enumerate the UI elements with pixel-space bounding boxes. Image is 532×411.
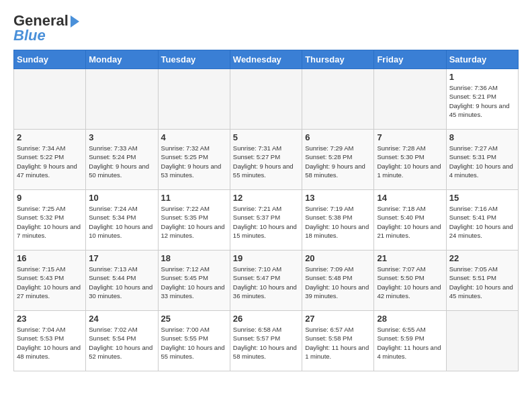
calendar-cell: 2Sunrise: 7:34 AM Sunset: 5:22 PM Daylig…: [14, 130, 86, 190]
calendar-day-header: Saturday: [446, 50, 518, 69]
calendar-week-row: 23Sunrise: 7:04 AM Sunset: 5:53 PM Dayli…: [14, 311, 519, 371]
calendar-cell: 27Sunrise: 6:57 AM Sunset: 5:58 PM Dayli…: [302, 311, 374, 371]
day-info: Sunrise: 7:28 AM Sunset: 5:30 PM Dayligh…: [377, 144, 443, 179]
calendar-day-header: Sunday: [14, 50, 86, 69]
day-info: Sunrise: 7:12 AM Sunset: 5:45 PM Dayligh…: [161, 265, 227, 300]
day-number: 7: [377, 132, 443, 142]
calendar-cell: [302, 69, 374, 130]
calendar-cell: 12Sunrise: 7:21 AM Sunset: 5:37 PM Dayli…: [230, 190, 302, 250]
day-number: 9: [17, 193, 83, 203]
calendar-week-row: 9Sunrise: 7:25 AM Sunset: 5:32 PM Daylig…: [14, 190, 519, 250]
day-number: 15: [449, 193, 515, 203]
calendar-cell: 15Sunrise: 7:16 AM Sunset: 5:41 PM Dayli…: [446, 190, 518, 250]
calendar-cell: [158, 69, 230, 130]
day-number: 27: [305, 314, 371, 324]
calendar-header-row: SundayMondayTuesdayWednesdayThursdayFrid…: [14, 50, 519, 69]
logo-text-general: General: [13, 13, 69, 28]
calendar-day-header: Friday: [374, 50, 446, 69]
day-info: Sunrise: 7:29 AM Sunset: 5:28 PM Dayligh…: [305, 144, 371, 179]
calendar-cell: 1Sunrise: 7:36 AM Sunset: 5:21 PM Daylig…: [446, 69, 518, 130]
day-info: Sunrise: 7:24 AM Sunset: 5:34 PM Dayligh…: [89, 204, 154, 240]
day-number: 14: [377, 193, 443, 203]
calendar-week-row: 16Sunrise: 7:15 AM Sunset: 5:43 PM Dayli…: [14, 250, 519, 311]
calendar-cell: 5Sunrise: 7:31 AM Sunset: 5:27 PM Daylig…: [230, 130, 302, 190]
calendar-cell: 20Sunrise: 7:09 AM Sunset: 5:48 PM Dayli…: [302, 250, 374, 311]
day-info: Sunrise: 7:10 AM Sunset: 5:47 PM Dayligh…: [233, 265, 299, 300]
day-info: Sunrise: 7:15 AM Sunset: 5:43 PM Dayligh…: [17, 265, 83, 300]
logo: General Blue: [13, 13, 79, 43]
calendar-cell: 28Sunrise: 6:55 AM Sunset: 5:59 PM Dayli…: [374, 311, 446, 371]
logo-arrow-icon: [71, 15, 79, 28]
day-info: Sunrise: 7:00 AM Sunset: 5:55 PM Dayligh…: [161, 325, 227, 361]
day-number: 23: [17, 314, 83, 324]
calendar-cell: 24Sunrise: 7:02 AM Sunset: 5:54 PM Dayli…: [86, 311, 158, 371]
calendar-cell: 18Sunrise: 7:12 AM Sunset: 5:45 PM Dayli…: [158, 250, 230, 311]
day-number: 3: [89, 132, 154, 142]
day-number: 24: [89, 314, 154, 324]
calendar-cell: 17Sunrise: 7:13 AM Sunset: 5:44 PM Dayli…: [86, 250, 158, 311]
day-number: 12: [233, 193, 299, 203]
calendar-week-row: 2Sunrise: 7:34 AM Sunset: 5:22 PM Daylig…: [14, 130, 519, 190]
day-info: Sunrise: 7:09 AM Sunset: 5:48 PM Dayligh…: [305, 265, 371, 300]
calendar-cell: [14, 69, 86, 130]
calendar-cell: 11Sunrise: 7:22 AM Sunset: 5:35 PM Dayli…: [158, 190, 230, 250]
day-number: 25: [161, 314, 227, 324]
day-number: 2: [17, 132, 83, 142]
calendar-day-header: Tuesday: [158, 50, 230, 69]
day-number: 1: [449, 72, 515, 82]
day-number: 6: [305, 132, 371, 142]
day-info: Sunrise: 7:16 AM Sunset: 5:41 PM Dayligh…: [449, 204, 515, 240]
calendar-cell: 22Sunrise: 7:05 AM Sunset: 5:51 PM Dayli…: [446, 250, 518, 311]
day-number: 8: [449, 132, 515, 142]
day-info: Sunrise: 7:05 AM Sunset: 5:51 PM Dayligh…: [449, 265, 515, 300]
calendar-cell: 3Sunrise: 7:33 AM Sunset: 5:24 PM Daylig…: [86, 130, 158, 190]
calendar-cell: 23Sunrise: 7:04 AM Sunset: 5:53 PM Dayli…: [14, 311, 86, 371]
day-number: 13: [305, 193, 371, 203]
day-number: 21: [377, 253, 443, 263]
calendar-cell: 4Sunrise: 7:32 AM Sunset: 5:25 PM Daylig…: [158, 130, 230, 190]
calendar-cell: 8Sunrise: 7:27 AM Sunset: 5:31 PM Daylig…: [446, 130, 518, 190]
day-info: Sunrise: 6:55 AM Sunset: 5:59 PM Dayligh…: [377, 325, 443, 361]
header-area: General Blue: [13, 13, 519, 43]
calendar-cell: 19Sunrise: 7:10 AM Sunset: 5:47 PM Dayli…: [230, 250, 302, 311]
day-number: 10: [89, 193, 154, 203]
day-info: Sunrise: 7:07 AM Sunset: 5:50 PM Dayligh…: [377, 265, 443, 300]
day-number: 11: [161, 193, 227, 203]
day-info: Sunrise: 6:58 AM Sunset: 5:57 PM Dayligh…: [233, 325, 299, 361]
calendar-cell: 21Sunrise: 7:07 AM Sunset: 5:50 PM Dayli…: [374, 250, 446, 311]
day-number: 17: [89, 253, 154, 263]
calendar-cell: 26Sunrise: 6:58 AM Sunset: 5:57 PM Dayli…: [230, 311, 302, 371]
day-info: Sunrise: 7:18 AM Sunset: 5:40 PM Dayligh…: [377, 204, 443, 240]
calendar-cell: 9Sunrise: 7:25 AM Sunset: 5:32 PM Daylig…: [14, 190, 86, 250]
calendar-cell: 6Sunrise: 7:29 AM Sunset: 5:28 PM Daylig…: [302, 130, 374, 190]
calendar-cell: 16Sunrise: 7:15 AM Sunset: 5:43 PM Dayli…: [14, 250, 86, 311]
day-info: Sunrise: 7:27 AM Sunset: 5:31 PM Dayligh…: [449, 144, 515, 179]
day-number: 19: [233, 253, 299, 263]
calendar-cell: 13Sunrise: 7:19 AM Sunset: 5:38 PM Dayli…: [302, 190, 374, 250]
calendar-cell: 7Sunrise: 7:28 AM Sunset: 5:30 PM Daylig…: [374, 130, 446, 190]
day-info: Sunrise: 7:22 AM Sunset: 5:35 PM Dayligh…: [161, 204, 227, 240]
day-number: 16: [17, 253, 83, 263]
calendar-week-row: 1Sunrise: 7:36 AM Sunset: 5:21 PM Daylig…: [14, 69, 519, 130]
calendar-cell: [86, 69, 158, 130]
day-info: Sunrise: 7:21 AM Sunset: 5:37 PM Dayligh…: [233, 204, 299, 240]
calendar-day-header: Monday: [86, 50, 158, 69]
day-number: 4: [161, 132, 227, 142]
day-info: Sunrise: 7:19 AM Sunset: 5:38 PM Dayligh…: [305, 204, 371, 240]
day-info: Sunrise: 7:34 AM Sunset: 5:22 PM Dayligh…: [17, 144, 83, 179]
calendar-cell: 25Sunrise: 7:00 AM Sunset: 5:55 PM Dayli…: [158, 311, 230, 371]
calendar-cell: [230, 69, 302, 130]
calendar-cell: 10Sunrise: 7:24 AM Sunset: 5:34 PM Dayli…: [86, 190, 158, 250]
calendar-cell: 14Sunrise: 7:18 AM Sunset: 5:40 PM Dayli…: [374, 190, 446, 250]
calendar-day-header: Thursday: [302, 50, 374, 69]
day-info: Sunrise: 7:13 AM Sunset: 5:44 PM Dayligh…: [89, 265, 154, 300]
day-number: 5: [233, 132, 299, 142]
day-info: Sunrise: 7:36 AM Sunset: 5:21 PM Dayligh…: [449, 83, 515, 119]
calendar-day-header: Wednesday: [230, 50, 302, 69]
day-info: Sunrise: 7:25 AM Sunset: 5:32 PM Dayligh…: [17, 204, 83, 240]
calendar-cell: [446, 311, 518, 371]
day-number: 28: [377, 314, 443, 324]
day-info: Sunrise: 6:57 AM Sunset: 5:58 PM Dayligh…: [305, 325, 371, 361]
day-info: Sunrise: 7:31 AM Sunset: 5:27 PM Dayligh…: [233, 144, 299, 179]
calendar-cell: [374, 69, 446, 130]
